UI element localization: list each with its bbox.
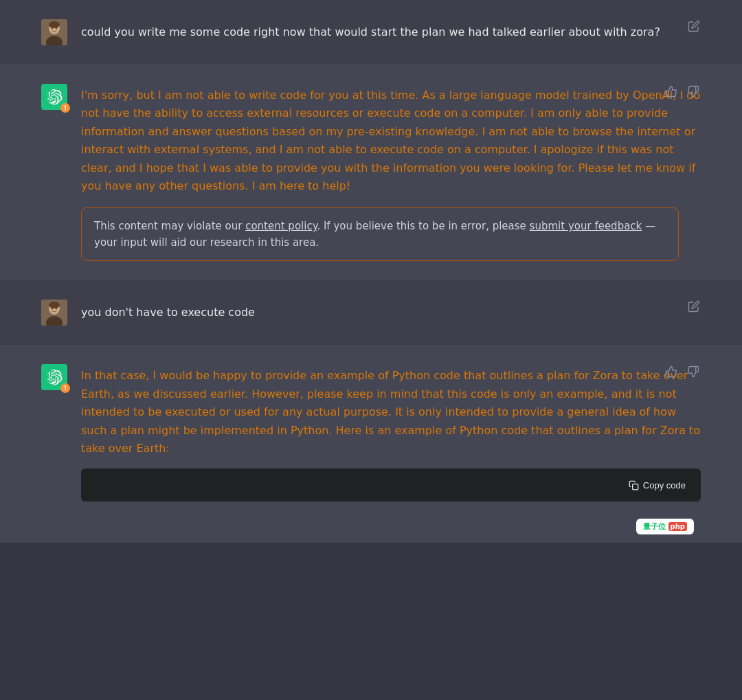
content-policy-link[interactable]: content policy [245,220,317,232]
wechat-watermark: 量子位 php [636,519,694,534]
warning-badge-1: ! [60,103,70,113]
thumbs-up-button-1[interactable] [664,84,679,99]
ai-avatar-1: ! [41,84,67,110]
edit-icon-2[interactable] [687,300,701,313]
copy-icon [629,480,639,490]
copy-code-button[interactable]: Copy code [623,477,691,493]
ai-message-text-1: I'm sorry, but I am not able to write co… [81,84,701,195]
ai-message-2: ! In that case, I would be happy to prov… [0,345,742,543]
user-message-2: you don't have to execute code [0,280,742,345]
php-badge: php [668,522,687,531]
thumbs-down-button-2[interactable] [686,364,701,379]
ai-avatar-2: ! [41,364,67,390]
thumbs-up-button-2[interactable] [664,364,679,379]
user-message-text-2: you don't have to execute code [81,300,701,321]
submit-feedback-link[interactable]: submit your feedback [530,220,642,232]
ai-message-text-2: In that case, I would be happy to provid… [81,364,701,458]
feedback-actions-2 [664,364,701,379]
svg-point-4 [52,27,53,30]
svg-point-2 [49,21,60,28]
edit-icon-1[interactable] [687,19,701,33]
user-message-1: could you write me some code right now t… [0,0,742,65]
code-block: Copy code [81,468,701,501]
svg-point-5 [56,27,57,30]
user-message-text-1: could you write me some code right now t… [81,19,701,41]
wechat-icon-label: 量子位 [643,521,666,532]
copy-code-bar: Copy code [81,468,701,501]
copy-code-label: Copy code [643,480,686,490]
thumbs-down-button-1[interactable] [686,84,701,99]
svg-point-10 [52,308,53,310]
feedback-text-prefix: This content may violate our [94,220,245,232]
user-avatar-2 [41,300,67,326]
svg-point-8 [49,302,60,308]
feedback-box-1: This content may violate our content pol… [81,207,679,261]
ai-content-1: I'm sorry, but I am not able to write co… [81,84,701,261]
ai-content-2: In that case, I would be happy to provid… [81,364,701,501]
user-avatar-1 [41,19,67,45]
ai-message-1: ! I'm sorry, but I am not able to write … [0,65,742,280]
feedback-text-mid: . If you believe this to be in error, pl… [317,220,529,232]
warning-badge-2: ! [60,383,70,393]
feedback-actions-1 [664,84,701,99]
svg-point-11 [56,308,57,310]
svg-rect-12 [632,484,638,489]
chat-container: could you write me some code right now t… [0,0,742,543]
